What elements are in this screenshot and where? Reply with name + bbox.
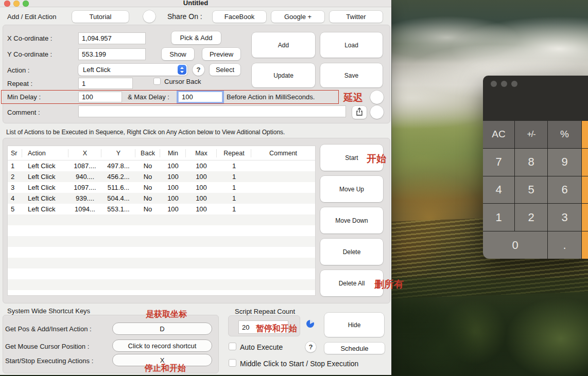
calc-divide-button[interactable] <box>582 121 588 148</box>
annotation-stop-start: 停止和开始 <box>145 363 186 374</box>
delete-all-button[interactable]: Delete All <box>320 270 383 296</box>
calc-minus-button[interactable] <box>582 176 588 204</box>
calc-multiply-button[interactable] <box>582 149 588 176</box>
hide-button[interactable]: Hide <box>324 313 384 337</box>
googleplus-share-button[interactable]: Google + <box>271 11 324 23</box>
progress-pie-icon <box>306 320 314 328</box>
calc-6-button[interactable]: 6 <box>548 176 581 204</box>
chevron-up-down-icon <box>178 65 186 75</box>
screen: AC +/- % 7 8 9 4 5 6 1 2 3 0 . Untitled <box>0 0 588 376</box>
table-cell: Left Click <box>22 173 68 181</box>
tutorial-button[interactable]: Tutorial <box>72 11 129 23</box>
calc-4-button[interactable]: 4 <box>483 176 514 204</box>
calc-9-button[interactable]: 9 <box>548 149 581 176</box>
action-dropdown-value: Left Click <box>78 66 178 74</box>
twitter-share-button[interactable]: Twitter <box>330 11 383 23</box>
table-cell: 100 <box>186 205 217 213</box>
select-button[interactable]: Select <box>210 64 240 76</box>
calc-ac-button[interactable]: AC <box>483 121 514 148</box>
pick-add-button[interactable]: Pick & Add <box>171 31 221 44</box>
calc-0-button[interactable]: 0 <box>483 231 547 259</box>
table-cell: 100 <box>160 205 186 213</box>
calc-close-button[interactable] <box>491 81 497 87</box>
table-cell: 1087.... <box>68 162 101 170</box>
calc-5-button[interactable]: 5 <box>515 176 547 204</box>
annotation-delay: 延迟 <box>343 91 363 104</box>
load-button[interactable]: Load <box>320 32 383 58</box>
calc-percent-button[interactable]: % <box>548 121 581 148</box>
repeat-field[interactable] <box>78 78 133 89</box>
calculator-titlebar[interactable] <box>483 76 588 121</box>
show-button[interactable]: Show <box>162 48 194 60</box>
column-header[interactable]: Comment <box>251 146 315 160</box>
table-cell: 1 <box>217 162 251 170</box>
add-button[interactable]: Add <box>252 32 315 58</box>
y-coordinate-field[interactable] <box>78 48 146 60</box>
round-toggle-comment[interactable] <box>370 105 384 119</box>
auto-execute-checkbox[interactable] <box>229 343 236 350</box>
table-cell: 940.... <box>68 173 101 181</box>
table-cell: No <box>135 194 160 202</box>
table-row[interactable]: 4 Left Click 939.... 504.4... No 100 100… <box>8 193 315 204</box>
move-down-button[interactable]: Move Down <box>320 207 383 234</box>
preview-button[interactable]: Preview <box>202 48 240 60</box>
delete-button[interactable]: Delete <box>320 239 383 265</box>
column-header[interactable]: Action <box>22 146 68 160</box>
y-coordinate-label: Y Co-ordinate : <box>7 50 52 58</box>
share-action-button[interactable] <box>352 106 367 119</box>
table-row[interactable]: 3 Left Click 1097.... 511.6... No 100 10… <box>8 182 315 193</box>
round-toggle-top[interactable] <box>143 10 155 23</box>
table-cell: 1 <box>217 184 251 191</box>
table-row[interactable]: 5 Left Click 1094... 553.1... No 100 100… <box>8 204 315 214</box>
calc-7-button[interactable]: 7 <box>483 149 514 176</box>
table-cell: Left Click <box>22 205 68 213</box>
round-toggle-delay[interactable] <box>370 91 384 104</box>
comment-field[interactable] <box>78 105 346 117</box>
auto-execute-help-button[interactable]: ? <box>305 342 316 352</box>
middle-click-checkbox[interactable] <box>229 359 236 367</box>
calc-8-button[interactable]: 8 <box>515 149 547 176</box>
table-cell: 1 <box>217 194 251 202</box>
calc-3-button[interactable]: 3 <box>548 204 581 231</box>
calc-plus-button[interactable] <box>582 204 588 231</box>
cursor-back-checkbox[interactable] <box>153 78 161 85</box>
action-help-button[interactable]: ? <box>193 64 204 76</box>
calc-equals-button[interactable] <box>582 231 588 259</box>
schedule-button[interactable]: Schedule <box>324 343 385 354</box>
record-shortcut-button[interactable]: Click to record shortcut <box>112 339 212 352</box>
table-cell: Left Click <box>22 194 68 202</box>
column-header[interactable]: Min <box>160 146 186 160</box>
max-delay-field[interactable] <box>178 92 222 102</box>
save-button[interactable]: Save <box>320 63 383 87</box>
table-cell: 100 <box>160 184 186 191</box>
facebook-share-button[interactable]: FaceBook <box>213 11 266 23</box>
x-coordinate-field[interactable] <box>78 32 146 44</box>
table-row[interactable]: 1 Left Click 1087.... 497.8... No 100 10… <box>8 160 315 171</box>
table-cell: 553.1... <box>101 205 135 213</box>
x-coordinate-label: X Co-ordinate : <box>7 34 52 42</box>
column-header[interactable]: Max <box>186 146 217 160</box>
min-delay-label: Min Delay : <box>7 93 41 101</box>
window-titlebar[interactable]: Untitled <box>0 0 391 7</box>
update-button[interactable]: Update <box>252 63 315 87</box>
table-row[interactable]: 2 Left Click 940.... 456.2... No 100 100… <box>8 171 315 182</box>
calc-minimize-button[interactable] <box>501 81 507 87</box>
calc-decimal-button[interactable]: . <box>548 231 581 259</box>
column-header[interactable]: Sr <box>8 146 22 160</box>
auto-clicker-window: Untitled Add / Edit Action Tutorial Shar… <box>0 0 391 375</box>
calc-2-button[interactable]: 2 <box>515 204 547 231</box>
get-pos-label: Get Pos & Add/Insert Action : <box>5 325 92 333</box>
column-header[interactable]: X <box>68 146 101 160</box>
action-dropdown[interactable]: Left Click <box>78 64 187 76</box>
move-up-button[interactable]: Move Up <box>320 176 383 202</box>
auto-execute-label: Auto Execute <box>240 343 283 351</box>
column-header[interactable]: Repeat <box>217 146 251 160</box>
column-header[interactable]: Back <box>135 146 160 160</box>
share-icon <box>356 108 363 118</box>
column-header[interactable]: Y <box>101 146 135 160</box>
min-delay-field[interactable] <box>78 92 122 102</box>
get-pos-shortcut-button[interactable]: D <box>112 323 212 335</box>
calc-plusminus-button[interactable]: +/- <box>515 121 547 148</box>
calc-zoom-button[interactable] <box>511 81 517 87</box>
calc-1-button[interactable]: 1 <box>483 204 514 231</box>
